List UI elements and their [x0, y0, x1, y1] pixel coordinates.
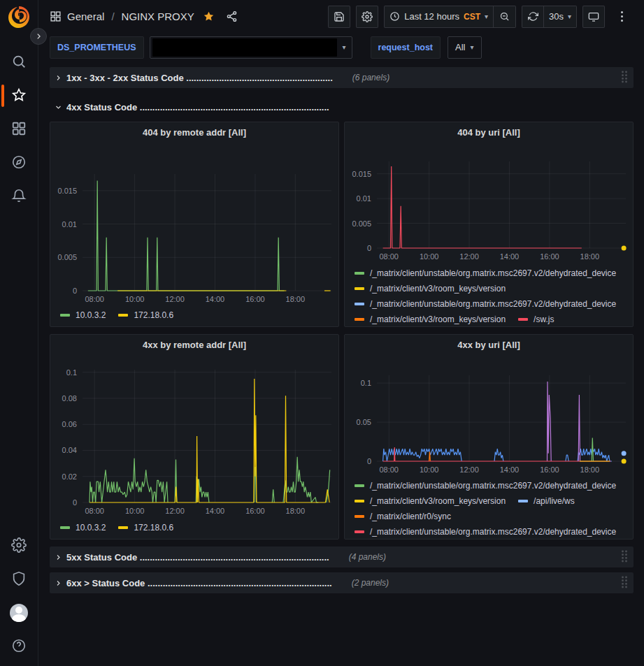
legend-label[interactable]: /sw.js: [534, 314, 554, 324]
panel-title[interactable]: 404 by uri [All]: [345, 122, 633, 142]
row-header-6xx[interactable]: 6xx > Status Code ......................…: [50, 572, 634, 593]
legend-item[interactable]: /_matrix/client/v3/room_keys/version: [355, 496, 506, 506]
legend-item[interactable]: /_matrix/client/unstable/org.matrix.msc2…: [355, 527, 616, 537]
svg-text:0.005: 0.005: [352, 219, 371, 228]
legend-label[interactable]: 172.18.0.6: [134, 523, 173, 533]
share-icon[interactable]: [226, 10, 238, 22]
svg-text:18:00: 18:00: [580, 465, 600, 474]
refresh-interval-picker[interactable]: 30s ▾: [544, 6, 577, 28]
svg-text:08:00: 08:00: [85, 507, 104, 515]
dashboard-settings-button[interactable]: [356, 6, 378, 28]
row-header-1xx-3xx-2xx[interactable]: 1xx - 3xx - 2xx Status Code ............…: [50, 67, 634, 88]
row-header-5xx[interactable]: 5xx Status Code ........................…: [50, 546, 634, 567]
chevron-down-icon: [55, 101, 66, 113]
zoom-out-button[interactable]: [494, 6, 516, 28]
sidebar-item-alerting[interactable]: [0, 180, 38, 213]
timeseries-chart[interactable]: 00.0050.010.01508:0010:0012:0014:0016:00…: [345, 142, 633, 264]
panel-title[interactable]: 4xx by uri [All]: [345, 335, 633, 354]
dashboard-title[interactable]: NGINX PROXY: [122, 10, 194, 22]
drag-handle-icon[interactable]: [621, 576, 628, 591]
timeseries-chart[interactable]: 00.0050.010.01508:0010:0012:0014:0016:00…: [50, 142, 338, 306]
legend-label[interactable]: 10.0.3.2: [76, 523, 106, 533]
legend-item[interactable]: 10.0.3.2: [60, 310, 106, 320]
legend-item[interactable]: /_matrix/client/unstable/org.matrix.msc2…: [355, 268, 616, 278]
legend-label[interactable]: /_matrix/client/unstable/org.matrix.msc2…: [370, 527, 616, 537]
sidebar-item-explore[interactable]: [0, 146, 38, 180]
search-icon: [11, 54, 27, 71]
row-header-4xx[interactable]: 4xx Status Code ........................…: [50, 96, 634, 117]
breadcrumb-folder[interactable]: General: [67, 10, 104, 22]
legend-label[interactable]: /_matrix/client/r0/sync: [370, 512, 451, 521]
legend-swatch: [355, 515, 364, 518]
request-host-variable-label[interactable]: request_host: [371, 36, 441, 59]
svg-text:14:00: 14:00: [206, 507, 225, 515]
sidebar-item-profile[interactable]: [0, 596, 38, 630]
sidebar-item-server-admin[interactable]: [0, 563, 38, 596]
time-range-picker[interactable]: Last 12 hours CST ▾: [384, 6, 494, 28]
legend-item[interactable]: /_matrix/client/unstable/org.matrix.msc2…: [355, 481, 616, 491]
legend-item[interactable]: /_matrix/client/r0/sync: [355, 512, 451, 521]
svg-text:14:00: 14:00: [206, 295, 225, 303]
grafana-logo[interactable]: [5, 3, 33, 31]
datasource-variable-label[interactable]: DS_PROMETHEUS: [50, 36, 144, 59]
datasource-select[interactable]: ▾: [150, 36, 352, 59]
request-host-select[interactable]: All ▾: [448, 36, 481, 59]
legend-label[interactable]: /_matrix/client/unstable/org.matrix.msc2…: [370, 268, 616, 278]
app-root: General / NGINX PROXY: [0, 0, 644, 666]
sidebar-item-starred[interactable]: [0, 79, 38, 113]
tv-mode-button[interactable]: [582, 6, 605, 28]
legend-label[interactable]: 172.18.0.6: [134, 310, 173, 320]
legend-label[interactable]: /_matrix/client/v3/room_keys/version: [370, 314, 506, 324]
legend-item[interactable]: 172.18.0.6: [118, 310, 173, 320]
svg-text:08:00: 08:00: [85, 295, 104, 303]
sidebar-expand-button[interactable]: [30, 28, 47, 45]
legend-item[interactable]: /_matrix/client/v3/room_keys/version: [355, 314, 506, 324]
timeseries-chart[interactable]: 00.050.108:0010:0012:0014:0016:0018:00: [345, 354, 633, 477]
svg-text:0: 0: [367, 457, 371, 465]
chart-legend: 10.0.3.2172.18.0.6: [50, 306, 338, 326]
legend-item[interactable]: /_matrix/client/unstable/org.matrix.msc2…: [355, 299, 616, 309]
legend-row: /_matrix/client/v3/room_keys/version/sw.…: [355, 312, 633, 326]
legend-item[interactable]: /_matrix/client/v3/room_keys/version: [355, 284, 506, 294]
question-circle-icon: [11, 638, 27, 656]
kebab-icon: [618, 11, 626, 22]
legend-label[interactable]: /_matrix/client/v3/room_keys/version: [370, 496, 506, 506]
svg-text:0: 0: [73, 498, 77, 507]
row-panel-count: (6 panels): [352, 73, 389, 82]
timeseries-chart[interactable]: 00.020.040.060.080.108:0010:0012:0014:00…: [50, 354, 338, 519]
legend-item[interactable]: 10.0.3.2: [60, 523, 106, 533]
legend-swatch: [355, 500, 364, 502]
drag-handle-icon[interactable]: [621, 71, 628, 85]
drag-handle-icon[interactable]: [621, 550, 628, 565]
refresh-button[interactable]: [522, 6, 544, 28]
legend-item[interactable]: 172.18.0.6: [118, 523, 173, 533]
legend-swatch: [355, 484, 364, 487]
legend-item[interactable]: /sw.js: [518, 314, 554, 324]
legend-row: /_matrix/client/unstable/org.matrix.msc2…: [355, 296, 633, 312]
legend-item[interactable]: /api/live/ws: [518, 496, 575, 506]
sidebar-item-help[interactable]: [0, 630, 38, 663]
sidebar-item-configuration[interactable]: [0, 529, 38, 563]
svg-text:14:00: 14:00: [500, 465, 520, 474]
legend-label[interactable]: 10.0.3.2: [76, 310, 106, 320]
legend-label[interactable]: /_matrix/client/unstable/org.matrix.msc2…: [370, 299, 616, 309]
panel-4xx-by-uri: 4xx by uri [All] 00.050.108:0010:0012:00…: [344, 334, 634, 540]
sidebar-item-dashboards[interactable]: [0, 113, 38, 146]
chevron-right-icon: [55, 72, 66, 83]
chart-legend: /_matrix/client/unstable/org.matrix.msc2…: [345, 477, 633, 539]
favorite-star-icon[interactable]: [203, 10, 215, 22]
panel-title[interactable]: 4xx by remote addr [All]: [50, 335, 338, 354]
legend-label[interactable]: /_matrix/client/unstable/org.matrix.msc2…: [370, 481, 616, 491]
save-dashboard-button[interactable]: [328, 6, 350, 28]
more-menu-button[interactable]: [610, 6, 633, 28]
shield-icon: [11, 571, 27, 588]
legend-swatch: [355, 287, 364, 290]
dashboard-canvas: 1xx - 3xx - 2xx Status Code ............…: [38, 61, 644, 666]
sidebar-item-search[interactable]: [0, 45, 38, 79]
panel-title[interactable]: 404 by remote addr [All]: [50, 122, 338, 142]
legend-label[interactable]: /_matrix/client/v3/room_keys/version: [370, 284, 506, 294]
panel-404-by-uri: 404 by uri [All] 00.0050.010.01508:0010:…: [344, 122, 634, 327]
legend-row: /_matrix/client/unstable/org.matrix.msc2…: [355, 478, 633, 493]
chart-legend: /_matrix/client/unstable/org.matrix.msc2…: [345, 264, 633, 326]
legend-label[interactable]: /api/live/ws: [534, 496, 575, 506]
